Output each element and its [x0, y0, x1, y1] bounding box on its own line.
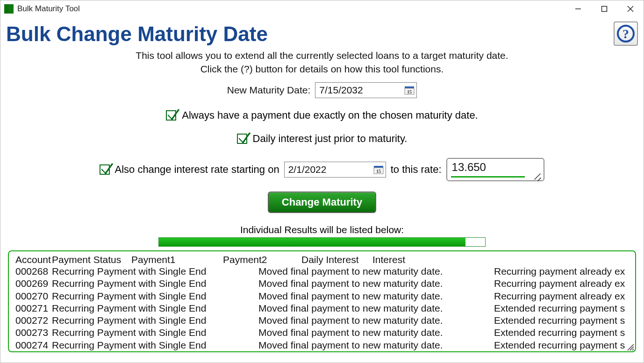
cell-interest: Extended recurring payment s	[494, 327, 629, 339]
table-row: 000272Recurring Payment with Single EndM…	[15, 314, 629, 327]
col-daily-interest: Daily Interest	[301, 254, 372, 265]
app-icon	[4, 4, 14, 14]
cell-payment2: Moved final payment to new maturity date…	[258, 314, 494, 327]
rate-input[interactable]: 13.650	[446, 158, 544, 181]
table-row: 000271Recurring Payment with Single EndM…	[15, 302, 629, 314]
cell-account: 000272	[15, 314, 52, 327]
payment-due-checkbox[interactable]	[166, 110, 176, 121]
svg-text:15: 15	[407, 89, 412, 94]
rate-value: 13.650	[452, 161, 486, 174]
change-rate-checkbox[interactable]	[100, 164, 110, 175]
resize-grip-icon	[532, 171, 542, 179]
intro-text: This tool allows you to extend all the c…	[6, 49, 638, 76]
cell-payment-status: Recurring Payment with Single End	[52, 265, 258, 278]
col-payment1: Payment1	[131, 254, 223, 265]
maturity-date-field[interactable]: 7/15/2032 15	[315, 82, 417, 98]
col-payment-status: Payment Status	[52, 254, 131, 265]
close-button[interactable]	[617, 0, 644, 17]
calendar-icon[interactable]: 15	[403, 84, 415, 96]
cell-payment-status: Recurring Payment with Single End	[52, 290, 258, 302]
cell-payment2: Moved final payment to new maturity date…	[258, 290, 494, 302]
window-title: Bulk Maturity Tool	[17, 4, 80, 14]
maturity-date-value: 7/15/2032	[319, 85, 403, 96]
cell-account: 000274	[15, 339, 52, 351]
intro-line2: Click the (?) button for details on how …	[6, 63, 638, 76]
cell-interest: Extended recurring payment s	[494, 339, 629, 351]
payment-due-label: Always have a payment due exactly on the…	[182, 109, 478, 121]
cell-payment-status: Recurring Payment with Single End	[52, 302, 258, 314]
cell-payment2: Moved final payment to new maturity date…	[258, 327, 494, 339]
change-rate-suffix: to this rate:	[391, 164, 442, 176]
svg-rect-9	[374, 166, 383, 168]
cell-interest: Recurring payment already ex	[494, 265, 629, 278]
page-title: Bulk Change Maturity Date	[6, 23, 268, 45]
cell-interest: Extended recurring payment s	[494, 314, 629, 327]
cell-payment-status: Recurring Payment with Single End	[52, 278, 258, 290]
daily-interest-checkbox[interactable]	[237, 134, 247, 144]
cell-payment2: Moved final payment to new maturity date…	[258, 265, 494, 278]
rate-date-field[interactable]: 2/1/2022 15	[284, 162, 386, 178]
help-button[interactable]: ?	[614, 21, 638, 46]
svg-rect-1	[602, 7, 607, 12]
svg-text:15: 15	[376, 169, 381, 174]
cell-account: 000268	[15, 265, 52, 278]
cell-payment-status: Recurring Payment with Single End	[52, 339, 258, 351]
cell-payment-status: Recurring Payment with Single End	[52, 314, 258, 327]
cell-interest: Recurring payment already ex	[494, 290, 629, 302]
maturity-label: New Maturity Date:	[227, 85, 311, 96]
progress-fill	[159, 238, 465, 246]
table-row: 000268Recurring Payment with Single EndM…	[15, 265, 629, 278]
calendar-icon[interactable]: 15	[372, 164, 385, 176]
minimize-button[interactable]	[565, 0, 591, 17]
cell-interest: Extended recurring payment s	[494, 302, 629, 314]
change-maturity-button[interactable]: Change Maturity	[268, 192, 376, 213]
cell-payment2: Moved final payment to new maturity date…	[258, 302, 494, 314]
col-account: Account	[15, 254, 52, 265]
cell-account: 000269	[15, 278, 52, 290]
progress-bar	[158, 237, 486, 247]
col-payment2: Payment2	[223, 254, 301, 265]
cell-payment2: Moved final payment to new maturity date…	[258, 339, 494, 351]
results-rows: 000268Recurring Payment with Single EndM…	[15, 265, 629, 351]
svg-text:?: ?	[623, 27, 629, 41]
resize-grip-icon	[626, 342, 634, 350]
maximize-button[interactable]	[591, 0, 617, 17]
change-rate-prefix: Also change interest rate starting on	[114, 164, 279, 176]
results-panel: Account Payment Status Payment1 Payment2…	[8, 250, 636, 352]
rate-underline	[451, 176, 525, 178]
cell-account: 000270	[15, 290, 52, 302]
svg-rect-6	[405, 86, 414, 88]
cell-payment2: Moved final payment to new maturity date…	[258, 278, 494, 290]
daily-interest-label: Daily interest just prior to maturity.	[253, 133, 408, 145]
cell-payment-status: Recurring Payment with Single End	[52, 327, 258, 339]
question-icon: ?	[616, 24, 636, 43]
table-row: 000274Recurring Payment with Single EndM…	[15, 339, 629, 351]
title-bar: Bulk Maturity Tool	[0, 0, 644, 17]
svg-line-14	[632, 349, 634, 350]
results-header: Account Payment Status Payment1 Payment2…	[15, 254, 629, 265]
intro-line1: This tool allows you to extend all the c…	[6, 49, 638, 62]
col-interest: Interest	[372, 254, 419, 265]
table-row: 000270Recurring Payment with Single EndM…	[15, 290, 629, 302]
table-row: 000273Recurring Payment with Single EndM…	[15, 327, 629, 339]
cell-account: 000273	[15, 327, 52, 339]
cell-interest: Recurring payment already ex	[494, 278, 629, 290]
results-label: Individual Results will be listed below:	[6, 224, 638, 235]
table-row: 000269Recurring Payment with Single EndM…	[15, 278, 629, 290]
cell-account: 000271	[15, 302, 52, 314]
rate-date-value: 2/1/2022	[288, 164, 372, 175]
